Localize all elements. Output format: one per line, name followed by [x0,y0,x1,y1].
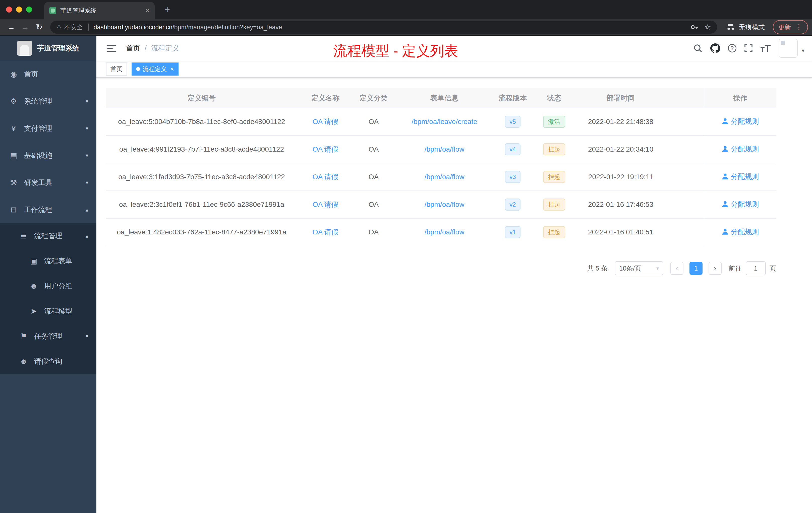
sidebar-item-leave-query[interactable]: ☻ 请假查询 [0,349,96,374]
user-icon [722,118,728,124]
form-link[interactable]: /bpm/oa/flow [425,201,464,208]
chevron-down-icon: ▾ [86,125,88,132]
tag-home[interactable]: 首页 [106,62,127,76]
sidebar-item-infrastructure[interactable]: ▤ 基础设施 ▾ [0,142,96,169]
assign-rule-link[interactable]: 分配规则 [722,144,759,154]
form-link[interactable]: /bpm/oa/leave/create [411,118,477,125]
assign-rule-link[interactable]: 分配规则 [722,199,759,209]
table-row: oa_leave:5:004b710b-7b8a-11ec-8ef0-acde4… [106,108,776,135]
new-tab-button[interactable]: + [161,3,174,16]
avatar[interactable] [779,39,798,58]
fullscreen-icon[interactable] [745,44,753,52]
form-link[interactable]: /bpm/oa/flow [425,173,464,181]
cell-deploy-time: 2022-01-22 20:34:10 [578,135,663,163]
help-icon[interactable]: ? [728,44,736,53]
col-spacer [663,88,704,108]
sidebar-item-workflow[interactable]: ⊟ 工作流程 ▴ [0,196,96,223]
cell-spacer [663,218,704,246]
definition-name-link[interactable]: OA 请假 [313,201,339,208]
cell-category: OA [353,135,394,163]
app-title: 芋道管理系统 [37,43,79,53]
cell-definition-id: oa_leave:5:004b710b-7b8a-11ec-8ef0-acde4… [106,108,297,135]
table-row: oa_leave:1:482ec033-762a-11ec-8477-a2380… [106,218,776,246]
sidebar-item-dev-tools[interactable]: ⚒ 研发工具 ▾ [0,169,96,196]
gear-icon: ⚙ [9,96,18,107]
address-bar[interactable]: ⚠ 不安全 dashboard.yudao.iocoder.cn/bpm/man… [50,21,717,34]
avatar-caret-down-icon[interactable]: ▾ [802,47,805,55]
chevron-down-icon: ▾ [86,98,88,105]
assign-rule-link[interactable]: 分配规则 [722,117,759,126]
status-badge: 挂起 [543,171,565,183]
sidebar-item-payment-management[interactable]: ¥ 支付管理 ▾ [0,115,96,142]
current-page-button[interactable]: 1 [690,262,702,275]
window-close-button[interactable] [6,6,12,12]
sidebar-item-system-management[interactable]: ⚙ 系统管理 ▾ [0,88,96,115]
users-icon: ☻ [29,281,38,292]
bookmark-star-icon[interactable]: ☆ [704,22,711,32]
assign-rule-link[interactable]: 分配规则 [722,172,759,181]
url-path: /bpm/manager/definition?key=oa_leave [173,23,282,32]
form-link[interactable]: /bpm/oa/flow [425,145,464,153]
sidebar: 芋道管理系统 ◉ 首页 ⚙ 系统管理 ▾ ¥ 支付管理 ▾ ▤ 基础设施 ▾ [0,36,96,513]
chevron-up-icon: ▴ [86,206,88,214]
forward-button[interactable]: → [18,20,32,34]
user-icon [722,173,728,180]
back-button[interactable]: ← [4,20,18,34]
sidebar-menu: ◉ 首页 ⚙ 系统管理 ▾ ¥ 支付管理 ▾ ▤ 基础设施 ▾ ⚒ 研发工具 ▾ [0,61,96,374]
briefcase-icon: ⊟ [9,205,18,215]
sidebar-item-task-management[interactable]: ⚑ 任务管理 ▾ [0,324,96,349]
chevron-up-icon: ▴ [86,232,88,240]
reload-button[interactable]: ↻ [32,20,46,34]
prev-page-button[interactable]: ‹ [670,262,684,275]
workflow-submenu: ≣ 流程管理 ▴ ▣ 流程表单 ☻ 用户分组 ➤ 流程模型 ⚑ [0,223,96,374]
form-link[interactable]: /bpm/oa/flow [425,228,464,236]
col-status: 状态 [530,88,578,108]
col-deploy-time: 部署时间 [578,88,663,108]
app-logo[interactable]: 芋道管理系统 [0,36,96,61]
breadcrumb-current: 流程定义 [151,43,179,53]
header-actions: ? ▾ [693,39,805,58]
incognito-label: 无痕模式 [739,23,765,32]
sidebar-item-user-group[interactable]: ☻ 用户分组 [0,274,96,299]
next-page-button[interactable]: › [708,262,722,275]
col-definition-name: 定义名称 [297,88,353,108]
breadcrumb: 首页 / 流程定义 [126,43,179,53]
logo-avatar [17,41,32,56]
sidebar-item-process-management[interactable]: ≣ 流程管理 ▴ [0,223,96,248]
page-size-select[interactable]: 10条/页 ▾ [615,261,663,275]
cell-spacer [663,163,704,191]
tab-close-icon[interactable]: × [146,5,150,15]
user-icon: ☻ [19,356,28,367]
browser-menu-kebab-icon[interactable]: ⋮ [795,22,803,32]
tag-close-icon[interactable]: × [170,64,174,73]
definition-name-link[interactable]: OA 请假 [313,173,339,181]
sidebar-item-process-model[interactable]: ➤ 流程模型 [0,299,96,324]
assign-rule-link[interactable]: 分配规则 [722,227,759,237]
definition-name-link[interactable]: OA 请假 [313,145,339,153]
select-caret-down-icon: ▾ [656,265,659,272]
hamburger-icon[interactable] [104,44,119,52]
user-icon [722,201,728,207]
browser-tab[interactable]: 芋道管理系统 × [44,2,155,19]
password-key-icon[interactable] [690,23,698,31]
form-icon: ▣ [29,256,38,266]
col-process-version: 流程版本 [495,88,530,108]
app-navbar: 首页 / 流程定义 流程模型 - 定义列表 ? [96,36,812,61]
incognito-badge: 无痕模式 [721,23,770,32]
window-maximize-button[interactable] [26,6,32,12]
tag-process-definition[interactable]: 流程定义 × [132,62,178,76]
window-minimize-button[interactable] [16,6,22,12]
breadcrumb-home[interactable]: 首页 [126,43,140,53]
definition-name-link[interactable]: OA 请假 [313,228,339,236]
list-icon: ≣ [19,231,28,241]
definition-name-link[interactable]: OA 请假 [313,118,339,125]
goto-page-input[interactable] [746,261,766,275]
cell-category: OA [353,218,394,246]
chrome-update-button[interactable]: 更新 ⋮ [773,20,808,34]
security-warning-label[interactable]: 不安全 [64,23,83,32]
sidebar-item-home[interactable]: ◉ 首页 [0,61,96,88]
search-icon[interactable] [693,44,702,53]
github-icon[interactable] [710,43,720,53]
sidebar-item-process-form[interactable]: ▣ 流程表单 [0,248,96,274]
font-size-icon[interactable] [760,45,771,52]
